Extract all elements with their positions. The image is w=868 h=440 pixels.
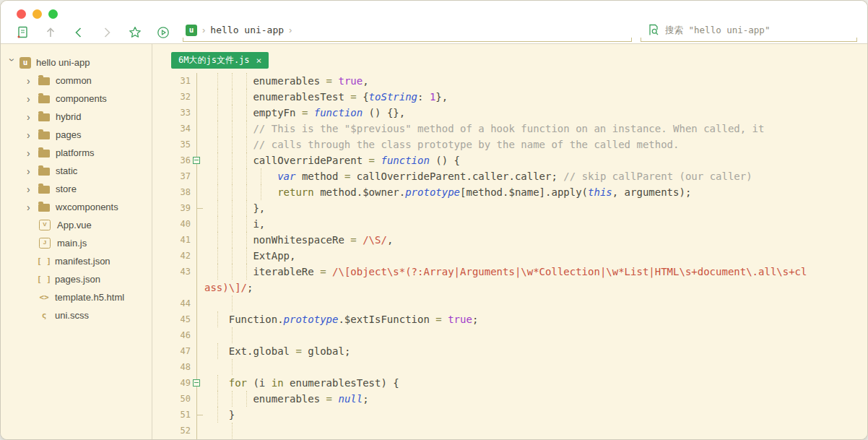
sidebar-item-App.vue[interactable]: VApp.vue bbox=[1, 216, 152, 234]
sidebar-item-pages.json[interactable]: [ ]pages.json bbox=[1, 270, 152, 288]
chevron-right-icon[interactable]: › bbox=[27, 75, 38, 87]
search-input[interactable] bbox=[665, 25, 851, 35]
breadcrumb[interactable]: u › hello uni-app › bbox=[183, 20, 632, 44]
file-explorer: › u hello uni-app ›common›components›hyb… bbox=[1, 44, 152, 439]
forward-button[interactable] bbox=[98, 24, 116, 41]
file-label: wxcomponents bbox=[56, 202, 118, 212]
folder-icon bbox=[38, 186, 50, 194]
code-line-38: 38 return method.$owner.prototype[method… bbox=[152, 184, 867, 200]
code-text: } bbox=[204, 407, 235, 423]
close-window-button[interactable] bbox=[17, 9, 26, 19]
code-text: iterableRe = /\[object\s*(?:Array|Argume… bbox=[204, 264, 807, 280]
code-editor[interactable]: 31 enumerables = true,32 enumerablesTest… bbox=[152, 73, 867, 439]
vue-file-icon: V bbox=[39, 220, 51, 230]
line-number: 42 bbox=[152, 248, 191, 264]
chevron-right-icon[interactable]: › bbox=[27, 93, 38, 105]
sidebar-item-template.h5.html[interactable]: <>template.h5.html bbox=[1, 288, 152, 306]
tab-active[interactable]: 6M大的js文件.js × bbox=[171, 52, 269, 69]
line-number: 48 bbox=[152, 359, 191, 375]
chevron-right-icon[interactable]: › bbox=[27, 184, 38, 195]
code-text: ass)\]/; bbox=[204, 280, 253, 296]
search-in-file-icon bbox=[646, 23, 660, 37]
chevron-down-icon[interactable]: › bbox=[6, 58, 18, 69]
indent-guide bbox=[232, 423, 233, 439]
new-file-button[interactable] bbox=[14, 24, 31, 41]
sidebar-item-main.js[interactable]: Jmain.js bbox=[1, 234, 152, 252]
window-controls bbox=[17, 9, 58, 19]
file-label: App.vue bbox=[57, 220, 92, 230]
sidebar-item-store[interactable]: ›store bbox=[1, 180, 152, 198]
code-line-45: 45 Function.prototype.$extIsFunction = t… bbox=[152, 311, 867, 327]
file-label: uni.scss bbox=[55, 310, 89, 321]
chevron-right-icon[interactable]: › bbox=[27, 129, 38, 141]
line-number: 34 bbox=[152, 121, 191, 137]
code-text: return method.$owner.prototype[method.$n… bbox=[204, 184, 691, 200]
favorites-star-button[interactable] bbox=[126, 24, 144, 41]
editor-pane: 6M大的js文件.js × 31 enumerables = true,32 e… bbox=[152, 44, 867, 439]
sidebar-item-common[interactable]: ›common bbox=[1, 72, 152, 90]
file-tree: ›common›components›hybrid›pages›platform… bbox=[1, 72, 152, 324]
code-line-47: 47 Ext.global = global; bbox=[152, 343, 867, 359]
chevron-right-icon[interactable]: › bbox=[27, 202, 38, 213]
code-line-41: 41 nonWhitespaceRe = /\S/, bbox=[152, 232, 867, 248]
folder-icon bbox=[38, 77, 50, 85]
code-line-31: 31 enumerables = true, bbox=[152, 73, 867, 89]
run-button[interactable] bbox=[155, 24, 172, 41]
chevron-right-icon[interactable]: › bbox=[27, 111, 38, 123]
sidebar-item-wxcomponents[interactable]: ›wxcomponents bbox=[1, 198, 152, 216]
chevron-right-icon[interactable]: › bbox=[27, 165, 38, 177]
fold-toggle-icon[interactable] bbox=[193, 379, 200, 387]
code-line-46: 46 bbox=[152, 327, 867, 343]
sidebar-item-manifest.json[interactable]: [ ]manifest.json bbox=[1, 252, 152, 270]
code-text: for (i in enumerablesTest) { bbox=[204, 375, 399, 391]
file-label: manifest.json bbox=[55, 256, 110, 267]
breadcrumb-project-label[interactable]: hello uni-app bbox=[210, 25, 284, 35]
line-number: 40 bbox=[152, 216, 191, 232]
line-number: 39 bbox=[152, 200, 191, 216]
html-file-icon: <> bbox=[38, 293, 50, 302]
sidebar-item-static[interactable]: ›static bbox=[1, 162, 152, 180]
sidebar-item-components[interactable]: ›components bbox=[1, 90, 152, 108]
file-label: platforms bbox=[56, 147, 94, 158]
code-text: nonWhitespaceRe = /\S/, bbox=[204, 232, 393, 248]
project-root-label: hello uni-app bbox=[36, 57, 90, 68]
breadcrumb-underline bbox=[183, 38, 632, 42]
line-number: 51 bbox=[152, 407, 191, 423]
code-line-wrap: ass)\]/; bbox=[152, 280, 867, 296]
code-line-39: 39 }, bbox=[152, 200, 867, 216]
line-number: 49 bbox=[152, 375, 191, 391]
code-text: // calls through the class prototype by … bbox=[204, 137, 679, 152]
minimize-window-button[interactable] bbox=[32, 9, 42, 19]
folder-icon bbox=[38, 168, 50, 176]
chevron-separator-icon: › bbox=[289, 25, 292, 35]
chevron-right-icon[interactable]: › bbox=[27, 147, 38, 159]
code-text: enumerablesTest = {toString: 1}, bbox=[204, 89, 448, 105]
json-file-icon: [ ] bbox=[38, 256, 50, 266]
code-line-48: 48 bbox=[152, 359, 867, 375]
folder-icon bbox=[38, 131, 50, 139]
sidebar-item-platforms[interactable]: ›platforms bbox=[1, 144, 152, 162]
indent-guide bbox=[232, 296, 233, 311]
fold-toggle-icon[interactable] bbox=[193, 157, 200, 164]
sidebar-item-pages[interactable]: ›pages bbox=[1, 126, 152, 144]
code-line-52: 52 bbox=[152, 423, 867, 439]
code-line-40: 40 i, bbox=[152, 216, 867, 232]
file-label: hybrid bbox=[56, 111, 81, 122]
sidebar-item-uni.scss[interactable]: ςuni.scss bbox=[1, 306, 152, 324]
sidebar-item-hybrid[interactable]: ›hybrid bbox=[1, 108, 152, 126]
code-text: enumerables = true, bbox=[204, 73, 369, 89]
tab-close-icon[interactable]: × bbox=[256, 55, 262, 66]
zoom-window-button[interactable] bbox=[48, 9, 58, 19]
search-box[interactable] bbox=[641, 20, 857, 44]
sidebar-item-hello-uni-app[interactable]: › u hello uni-app bbox=[1, 53, 152, 72]
line-number: 31 bbox=[152, 73, 191, 89]
line-number: 52 bbox=[152, 423, 191, 439]
file-label: static bbox=[56, 165, 77, 176]
file-label: template.h5.html bbox=[55, 292, 124, 303]
back-button[interactable] bbox=[70, 24, 87, 41]
file-label: pages bbox=[56, 129, 81, 140]
up-arrow-button[interactable] bbox=[42, 24, 59, 41]
file-label: main.js bbox=[57, 238, 87, 249]
code-text: var method = callOverrideParent.caller.c… bbox=[204, 168, 752, 184]
line-number: 33 bbox=[152, 105, 191, 121]
